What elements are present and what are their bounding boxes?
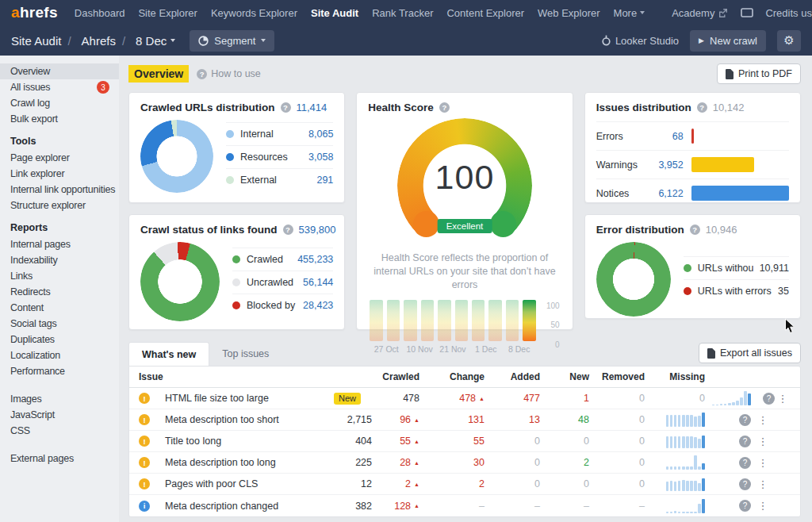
sidebar-item[interactable]: Social tags: [0, 316, 119, 332]
column-header-issue[interactable]: Issue: [139, 371, 334, 382]
sidebar-item[interactable]: Links: [0, 268, 119, 284]
sidebar-item[interactable]: [0, 379, 119, 391]
help-icon[interactable]: [739, 478, 751, 490]
help-icon[interactable]: [739, 414, 751, 426]
crawl-status-donut-chart: [140, 242, 220, 321]
new-crawl-button[interactable]: ▶ New crawl: [690, 30, 766, 52]
issue-name[interactable]: Pages with poor CLS: [158, 478, 334, 489]
issue-name[interactable]: Meta description changed: [158, 501, 334, 512]
help-icon[interactable]: [763, 393, 775, 405]
monitor-icon[interactable]: [741, 8, 753, 18]
help-icon[interactable]: [739, 457, 751, 469]
sidebar-item[interactable]: Page explorer: [0, 150, 119, 166]
segment-button[interactable]: Segment: [190, 30, 274, 52]
sidebar-item[interactable]: Crawl log: [0, 95, 119, 111]
nav-item[interactable]: Site Explorer: [138, 7, 197, 19]
kebab-menu-icon[interactable]: ⋮: [758, 500, 768, 512]
sidebar-item[interactable]: Localization: [0, 347, 119, 363]
ahrefs-logo[interactable]: ahrefs: [11, 4, 58, 21]
sidebar-item[interactable]: Content: [0, 300, 119, 316]
sidebar-item[interactable]: All issues 3: [0, 79, 119, 95]
sidebar-item[interactable]: Reports: [0, 213, 119, 236]
severity-count[interactable]: 68: [652, 131, 684, 142]
severity-count[interactable]: 6,122: [652, 188, 684, 199]
sidebar-item[interactable]: JavaScript: [0, 407, 119, 423]
nav-item[interactable]: Rank Tracker: [372, 7, 433, 19]
nav-item[interactable]: Dashboard: [75, 7, 125, 19]
trend-axis-date: 10 Nov: [403, 344, 436, 354]
issue-row[interactable]: Meta description changed 382 128 – – – –: [129, 495, 800, 516]
column-header-added[interactable]: Added: [485, 371, 540, 382]
column-header-removed[interactable]: Removed: [589, 371, 645, 382]
help-icon[interactable]: [739, 436, 751, 447]
print-to-pdf-button[interactable]: Print to PDF: [717, 63, 801, 84]
issues-table-body: HTML file size too large New 478 478 477…: [129, 388, 800, 516]
help-icon[interactable]: [283, 225, 293, 235]
nav-item[interactable]: More: [614, 7, 645, 19]
sidebar-item[interactable]: Performance: [0, 363, 119, 379]
kebab-menu-icon[interactable]: ⋮: [778, 393, 788, 405]
issue-row[interactable]: Title too long 404 55 55 0 0 0 ⋮: [129, 431, 800, 452]
issue-row[interactable]: Meta description too long 225 28 30 0 2 …: [129, 452, 800, 474]
sidebar-item[interactable]: Redirects: [0, 284, 119, 300]
sidebar-item[interactable]: CSS: [0, 423, 119, 439]
issue-name[interactable]: Meta description too short: [158, 414, 334, 425]
nav-item[interactable]: Content Explorer: [446, 7, 524, 19]
how-to-use-link[interactable]: How to use: [197, 68, 261, 79]
added-value: 477: [485, 393, 540, 404]
export-all-issues-button[interactable]: Export all issues: [699, 343, 801, 363]
sidebar-item[interactable]: External pages: [0, 451, 119, 466]
sidebar-item[interactable]: Bulk export: [0, 111, 119, 127]
issue-row[interactable]: HTML file size too large New 478 478 477…: [129, 388, 800, 409]
issues-tab[interactable]: Top issues: [209, 342, 282, 366]
kebab-menu-icon[interactable]: ⋮: [758, 436, 768, 447]
sidebar-item[interactable]: Duplicates: [0, 332, 119, 347]
column-header-crawled[interactable]: Crawled: [372, 371, 419, 382]
issue-name[interactable]: HTML file size too large: [158, 393, 334, 404]
issue-name[interactable]: Title too long: [158, 436, 334, 447]
legend-value[interactable]: 291: [316, 175, 333, 186]
sidebar-item[interactable]: Internal link opportunities: [0, 182, 119, 198]
issue-name[interactable]: Meta description too long: [158, 457, 334, 468]
column-header-change[interactable]: Change: [419, 371, 485, 382]
legend-value[interactable]: 3,058: [308, 152, 333, 163]
kebab-menu-icon[interactable]: ⋮: [758, 457, 768, 469]
sidebar-item[interactable]: Tools: [0, 127, 119, 150]
sidebar-item[interactable]: Structure explorer: [0, 198, 119, 213]
help-icon[interactable]: [697, 102, 707, 113]
help-icon[interactable]: [690, 225, 700, 235]
legend-value[interactable]: 8,065: [308, 129, 333, 140]
nav-item[interactable]: Site Audit: [311, 7, 358, 19]
issue-row[interactable]: Pages with poor CLS 12 2 2 0 0 0 ⋮: [129, 474, 800, 495]
sidebar-item[interactable]: [0, 439, 119, 451]
kebab-menu-icon[interactable]: ⋮: [758, 414, 768, 426]
legend-value[interactable]: 455,233: [297, 254, 333, 265]
help-icon[interactable]: [439, 102, 450, 113]
settings-button[interactable]: ⚙: [777, 30, 801, 52]
issues-tab[interactable]: What's new: [128, 342, 209, 366]
kebab-menu-icon[interactable]: ⋮: [758, 478, 768, 490]
nav-item-academy[interactable]: Academy: [672, 7, 727, 19]
legend-value[interactable]: 56,144: [303, 277, 333, 288]
sidebar-item[interactable]: Images: [0, 391, 119, 407]
crawled-urls-count[interactable]: 11,414: [297, 102, 327, 113]
nav-item[interactable]: Keywords Explorer: [211, 7, 297, 19]
help-icon[interactable]: [281, 102, 291, 113]
sidebar-item[interactable]: Link explorer: [0, 166, 119, 182]
sidebar-item[interactable]: Internal pages: [0, 236, 119, 252]
breadcrumb-item[interactable]: Ahrefs: [61, 34, 116, 48]
links-found-count[interactable]: 539,800: [299, 224, 336, 236]
issue-row[interactable]: Meta description too short 2,715 96 131 …: [129, 409, 800, 431]
column-header-missing[interactable]: Missing: [645, 371, 705, 382]
breadcrumb-item[interactable]: 8 Dec: [116, 34, 175, 48]
help-icon[interactable]: [739, 500, 751, 512]
nav-item[interactable]: Web Explorer: [538, 7, 600, 19]
severity-count[interactable]: 3,952: [652, 159, 684, 171]
breadcrumb-item[interactable]: Site Audit: [11, 34, 61, 48]
sidebar-item[interactable]: Indexability: [0, 252, 119, 268]
credits-usage-menu[interactable]: Credits usage: [765, 7, 812, 19]
looker-studio-link[interactable]: Looker Studio: [602, 35, 679, 47]
legend-value[interactable]: 28,423: [303, 300, 333, 311]
column-header-new[interactable]: New: [540, 371, 589, 382]
sidebar-item[interactable]: Overview: [0, 63, 119, 79]
